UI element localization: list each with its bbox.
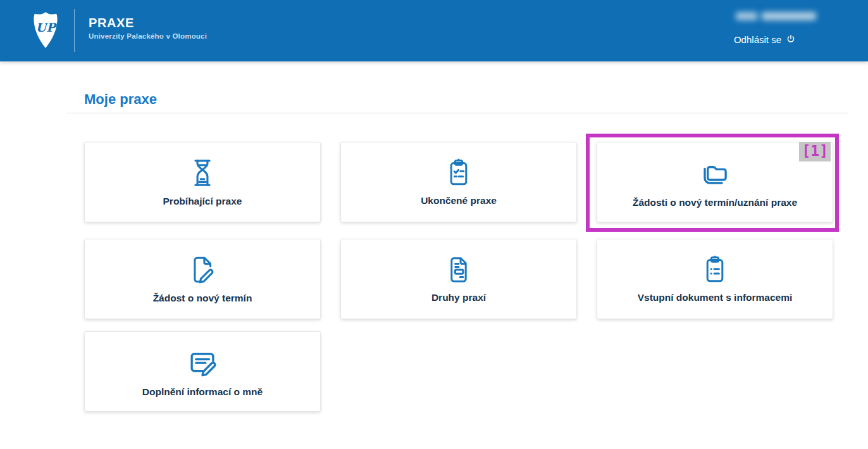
- power-icon: [786, 34, 796, 44]
- logout-label: Odhlásit se: [734, 34, 781, 45]
- note-edit-icon: [185, 345, 220, 379]
- card-label: Žádost o nový termín: [153, 293, 252, 304]
- title-divider: [66, 113, 848, 113]
- user-name-blurred: [736, 11, 817, 22]
- document-form-icon: [443, 255, 474, 285]
- card-ukoncene-praxe[interactable]: Ukončené praxe: [340, 142, 577, 222]
- card-label: Žádosti o nový termín/uznání praxe: [633, 197, 797, 208]
- card-label: Ukončené praxe: [421, 195, 497, 206]
- app-subtitle: Univerzity Palackého v Olomouci: [89, 32, 207, 40]
- card-label: Probíhající praxe: [163, 196, 242, 207]
- header-divider: [74, 9, 75, 52]
- card-vstupni-dokument-s-informacemi[interactable]: Vstupní dokument s informacemi: [597, 239, 833, 319]
- app-title: PRAXE: [89, 16, 207, 30]
- card-zadost-o-novy-termin[interactable]: Žádost o nový termín: [84, 239, 321, 319]
- clipboard-list-icon: [700, 255, 730, 285]
- card-probihajici-praxe[interactable]: Probíhající praxe: [84, 142, 321, 222]
- page-title: Moje praxe: [84, 91, 157, 108]
- brand-block: PRAXE Univerzity Palackého v Olomouci: [89, 16, 207, 40]
- university-shield-logo-icon: UP: [32, 10, 59, 51]
- card-druhy-praxi[interactable]: Druhy praxí: [340, 239, 577, 319]
- card-label: Doplnění informací o mně: [142, 386, 263, 398]
- card-zadosti-o-novy-termin-uznani-praxe[interactable]: Žádosti o nový termín/uznání praxe: [597, 142, 833, 222]
- app-header: UP PRAXE Univerzity Palackého v Olomouci…: [0, 0, 868, 61]
- card-label: Vstupní dokument s informacemi: [638, 292, 793, 303]
- logo-monogram: UP: [36, 20, 58, 34]
- folders-icon: [698, 156, 732, 190]
- logout-link[interactable]: Odhlásit se: [734, 33, 796, 46]
- card-label: Druhy praxí: [431, 292, 486, 303]
- card-doplneni-informaci-o-mne[interactable]: Doplnění informací o mně: [84, 331, 321, 412]
- hourglass-icon: [187, 157, 218, 189]
- clipboard-check-icon: [443, 158, 474, 188]
- document-edit-icon: [187, 254, 218, 286]
